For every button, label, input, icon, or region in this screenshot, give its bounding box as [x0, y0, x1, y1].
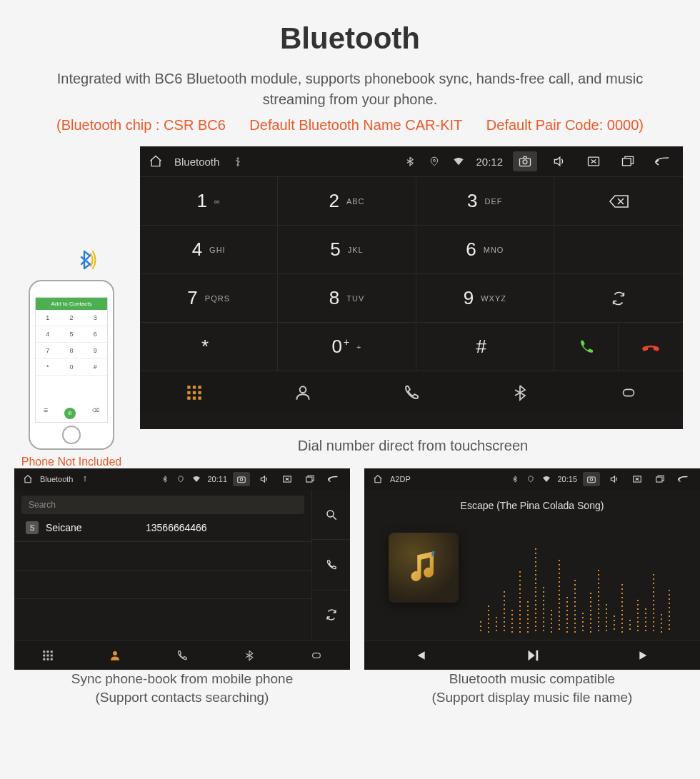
music-app-name: A2DP — [390, 475, 411, 483]
phone-mock-caption: Phone Not Included — [14, 456, 129, 468]
nav-pair[interactable] — [574, 371, 683, 413]
svg-rect-19 — [306, 477, 312, 482]
spec-line: (Bluetooth chip : CSR BC6 Default Blueto… — [0, 117, 700, 146]
recent-apps-button[interactable] — [301, 472, 319, 486]
wifi-icon — [191, 474, 201, 484]
bluetooth-signal-icon — [74, 248, 97, 271]
contact-name: Seicane — [46, 522, 146, 533]
album-art — [389, 533, 459, 603]
contact-row[interactable]: S Seicane 13566664466 — [14, 514, 311, 542]
pb-time: 20:11 — [207, 475, 227, 483]
nav-dialpad[interactable] — [14, 640, 81, 670]
svg-point-3 — [523, 160, 527, 164]
svg-rect-27 — [43, 658, 45, 660]
dial-key-1[interactable]: 1∞ — [140, 176, 278, 225]
svg-rect-5 — [623, 159, 631, 166]
svg-rect-31 — [588, 477, 596, 483]
back-button[interactable] — [650, 151, 674, 171]
back-button[interactable] — [324, 472, 341, 486]
svg-rect-6 — [187, 386, 190, 388]
back-button[interactable] — [674, 472, 691, 486]
contact-badge: S — [26, 521, 39, 534]
call-button[interactable] — [554, 323, 619, 371]
svg-rect-23 — [51, 650, 53, 653]
close-button[interactable] — [629, 472, 646, 486]
spec-pair: Default Pair Code: 0000) — [486, 117, 644, 133]
side-search-button[interactable] — [312, 490, 350, 540]
status-bar: Bluetooth 20:12 — [140, 146, 683, 176]
app-name: Bluetooth — [174, 156, 219, 168]
equalizer-visual — [479, 540, 683, 633]
backspace-button[interactable] — [554, 176, 683, 225]
svg-point-17 — [240, 478, 243, 481]
screenshot-button[interactable] — [583, 472, 600, 486]
pb-app-name: Bluetooth — [40, 475, 73, 483]
location-icon — [176, 474, 186, 484]
dial-key-3[interactable]: 3DEF — [416, 176, 554, 225]
spec-chip: (Bluetooth chip : CSR BC6 — [56, 117, 226, 133]
status-time: 20:12 — [476, 156, 503, 168]
hangup-button[interactable] — [619, 323, 683, 371]
volume-button[interactable] — [256, 472, 273, 486]
nav-call-history[interactable] — [357, 371, 466, 413]
dial-caption: Dial number direct from touchscreen — [140, 429, 686, 468]
volume-button[interactable] — [606, 472, 623, 486]
volume-button[interactable] — [547, 151, 571, 171]
nav-bluetooth[interactable] — [466, 371, 574, 413]
svg-rect-25 — [47, 654, 49, 656]
screenshot-button[interactable] — [233, 472, 250, 486]
close-button[interactable] — [581, 151, 606, 171]
dial-key-*[interactable]: * — [140, 322, 278, 371]
dial-key-6[interactable]: 6MNO — [416, 225, 554, 273]
phone-mock-header: Add to Contacts — [36, 298, 107, 310]
recent-apps-button[interactable] — [616, 151, 640, 171]
dial-key-9[interactable]: 9WXYZ — [416, 273, 554, 322]
page-title: Bluetooth — [0, 0, 700, 69]
next-track-button[interactable] — [588, 640, 700, 670]
dial-key-4[interactable]: 4GHI — [140, 225, 278, 273]
dial-key-5[interactable]: 5JKL — [278, 225, 416, 273]
location-icon — [427, 154, 441, 169]
svg-point-15 — [300, 386, 306, 393]
home-icon[interactable] — [23, 474, 33, 484]
contact-row-empty — [14, 571, 311, 599]
usb-icon — [80, 474, 90, 484]
music-status-bar: A2DP 20:15 — [364, 468, 700, 490]
play-pause-button[interactable] — [476, 640, 589, 670]
nav-contacts[interactable] — [81, 640, 149, 670]
music-note-icon — [404, 548, 444, 588]
recent-apps-button[interactable] — [651, 472, 669, 486]
dial-key-#[interactable]: # — [416, 322, 554, 371]
side-call-button[interactable] — [312, 540, 350, 590]
close-button[interactable] — [279, 472, 296, 486]
side-empty — [554, 225, 683, 273]
svg-rect-26 — [51, 654, 53, 656]
nav-contacts[interactable] — [249, 371, 357, 413]
svg-rect-24 — [43, 654, 45, 656]
spec-name: Default Bluetooth Name CAR-KIT — [249, 117, 462, 133]
nav-call-history[interactable] — [149, 640, 216, 670]
dial-key-8[interactable]: 8TUV — [278, 273, 416, 322]
home-icon[interactable] — [149, 154, 163, 169]
nav-dialpad[interactable] — [140, 371, 249, 413]
bluetooth-status-icon — [510, 474, 520, 484]
bluetooth-status-icon — [403, 154, 417, 169]
screenshot-button[interactable] — [513, 151, 537, 171]
dial-key-2[interactable]: 2ABC — [278, 176, 416, 225]
side-sync-button[interactable] — [312, 590, 350, 640]
nav-pair[interactable] — [283, 640, 350, 670]
contact-number: 13566664466 — [146, 522, 207, 533]
search-input[interactable]: Search — [21, 496, 304, 514]
svg-rect-29 — [51, 658, 53, 660]
prev-track-button[interactable] — [364, 640, 476, 670]
nav-bluetooth[interactable] — [216, 640, 283, 670]
dial-key-0[interactable]: 0++ — [278, 322, 416, 371]
svg-rect-21 — [43, 650, 45, 653]
sync-contacts-button[interactable] — [554, 273, 683, 322]
home-icon[interactable] — [373, 474, 383, 484]
dial-key-7[interactable]: 7PQRS — [140, 273, 278, 322]
music-caption: Bluetooth music compatible (Support disp… — [364, 670, 700, 706]
svg-rect-22 — [47, 650, 49, 653]
svg-rect-13 — [193, 396, 196, 399]
dial-bottom-nav — [140, 371, 683, 413]
